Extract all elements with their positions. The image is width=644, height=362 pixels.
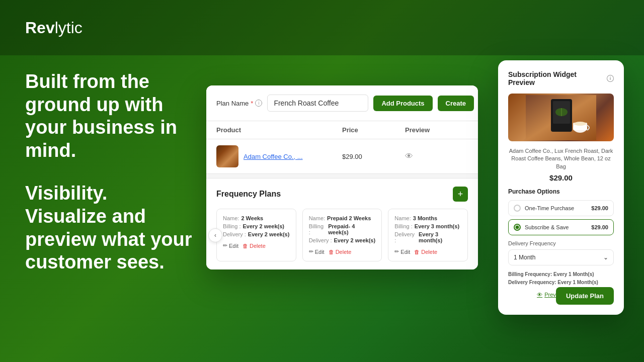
subscribe-radio[interactable] (514, 224, 521, 231)
chevron-down-icon: ⌄ (603, 254, 608, 261)
frequency-card-3: Name: 3 Months Billing : Every 3 month(s… (388, 209, 468, 261)
add-products-button[interactable]: Add Products (373, 96, 432, 111)
billing-info: Billing Frequency: Every 1 Month(s) Deli… (508, 270, 614, 287)
freq-name-value-2: Prepaid 2 Weeks (327, 215, 371, 221)
add-frequency-plan-button[interactable]: + (453, 187, 468, 202)
freq-billing-label-3: Billing : (394, 223, 412, 229)
one-time-radio[interactable] (514, 205, 521, 212)
products-table-header: Product Price Preview (206, 121, 478, 139)
frequency-card-2: Name: Prepaid 2 Weeks Billing : Prepaid-… (302, 209, 382, 261)
admin-panel: Plan Name * i Add Products Create Produc… (206, 85, 478, 269)
create-button[interactable]: Create (438, 96, 474, 111)
frequency-plans-title: Frequency Plans (216, 190, 281, 199)
plan-name-bar: Plan Name * i Add Products Create (206, 85, 478, 121)
freq-edit-button-2[interactable]: ✏ Edit (309, 248, 325, 255)
freq-delivery-value-2: Every 2 week(s) (334, 237, 376, 243)
logo: Revlytic (25, 19, 83, 37)
freq-billing-label-2: Billing : (309, 223, 327, 235)
delivery-freq-label: Delivery Frequency (508, 240, 614, 246)
freq-billing-value-3: Every 3 month(s) (415, 223, 459, 229)
freq-delete-button-2[interactable]: 🗑 Delete (329, 248, 352, 255)
subscribe-price: $29.00 (591, 224, 608, 230)
subscribe-save-option[interactable]: Subscribe & Save $29.00 (508, 219, 614, 235)
subscribe-label: Subscribe & Save (525, 224, 569, 230)
svg-point-8 (574, 122, 586, 126)
widget-product-price: $29.00 (508, 173, 614, 182)
plan-name-info-icon[interactable]: i (255, 100, 262, 107)
freq-delivery-value-3: Every 3 month(s) (419, 231, 461, 243)
eye-icon: 👁 (537, 292, 542, 298)
preview-eye-icon[interactable]: 👁 (405, 152, 413, 161)
freq-billing-value-1: Every 2 week(s) (243, 223, 284, 229)
coffee-product-illustration (526, 95, 596, 140)
product-table-row: Adam Coffee Co., ... $29.00 👁 (206, 139, 478, 174)
logo-bold: Rev (25, 19, 55, 37)
one-time-purchase-option[interactable]: One-Time Purchase $29.00 (508, 200, 614, 216)
plan-name-input[interactable] (267, 95, 368, 112)
freq-billing-label-1: Billing : (223, 223, 240, 229)
freq-delivery-label-2: Delivery : (309, 237, 332, 243)
freq-card-actions-2: ✏ Edit 🗑 Delete (309, 248, 376, 255)
widget-info-icon[interactable]: i (607, 75, 614, 82)
freq-edit-button-1[interactable]: ✏ Edit (223, 242, 238, 249)
product-name-link[interactable]: Adam Coffee Co., ... (244, 153, 303, 160)
col-price-header: Price (342, 126, 405, 134)
col-preview-header: Preview (405, 126, 468, 134)
header: Revlytic (0, 0, 644, 55)
product-cell: Adam Coffee Co., ... (216, 145, 342, 167)
product-preview-cell: 👁 (405, 152, 468, 161)
widget-title: Subscription Widget Preview i (508, 70, 614, 86)
one-time-price: $29.00 (591, 205, 608, 211)
subscription-widget-panel: Subscription Widget Preview i (498, 60, 624, 315)
widget-product-name: Adam Coffee Co., Lux French Roast, Dark … (508, 147, 614, 170)
frequency-cards: Name: 2 Weeks Billing : Every 2 week(s) … (216, 209, 468, 261)
freq-billing-value-2: Prepaid- 4 week(s) (328, 223, 375, 235)
frequency-plans-header: Frequency Plans + (216, 187, 468, 202)
headline: Built from the ground up with your busin… (25, 70, 206, 162)
frequency-plans-section: Frequency Plans + ‹ Name: 2 Weeks Billin… (206, 178, 478, 269)
freq-delete-button-1[interactable]: 🗑 Delete (243, 242, 266, 249)
widget-product-image (508, 94, 614, 141)
purchase-options-title: Purchase Options (508, 188, 614, 195)
col-product-header: Product (216, 126, 342, 134)
freq-delivery-value-1: Every 2 week(s) (248, 231, 290, 237)
freq-name-label-3: Name: (394, 215, 411, 221)
frequency-cards-container: ‹ Name: 2 Weeks Billing : Every 2 week(s… (216, 209, 468, 261)
freq-card-actions-3: ✏ Edit 🗑 Delete (394, 248, 461, 255)
freq-name-value-1: 2 Weeks (241, 215, 263, 221)
freq-edit-button-3[interactable]: ✏ Edit (394, 248, 410, 255)
delivery-frequency-section: Delivery Frequency 1 Month ⌄ (508, 240, 614, 265)
required-marker: * (251, 100, 253, 107)
frequency-card-1: Name: 2 Weeks Billing : Every 2 week(s) … (216, 209, 296, 261)
update-plan-button[interactable]: Update Plan (556, 287, 614, 305)
freq-name-label-2: Name: (309, 215, 325, 221)
freq-card-actions-1: ✏ Edit 🗑 Delete (223, 242, 290, 249)
subheadline: Visibility. Visualize and preview what y… (25, 182, 206, 274)
product-price-cell: $29.00 (342, 153, 405, 160)
freq-name-value-3: 3 Months (413, 215, 437, 221)
prev-arrow-button[interactable]: ‹ (208, 228, 222, 242)
plan-name-label: Plan Name * i (216, 100, 262, 107)
one-time-label: One-Time Purchase (525, 205, 574, 211)
hero-content: Built from the ground up with your busin… (25, 70, 206, 274)
freq-delete-button-3[interactable]: 🗑 Delete (414, 248, 437, 255)
product-thumbnail (216, 145, 238, 167)
freq-delivery-label-1: Delivery : (223, 231, 246, 237)
delivery-frequency-select[interactable]: 1 Month ⌄ (508, 249, 614, 265)
freq-name-label-1: Name: (223, 215, 239, 221)
freq-delivery-label-3: Delivery : (394, 231, 417, 243)
logo-light: lytic (55, 19, 83, 37)
